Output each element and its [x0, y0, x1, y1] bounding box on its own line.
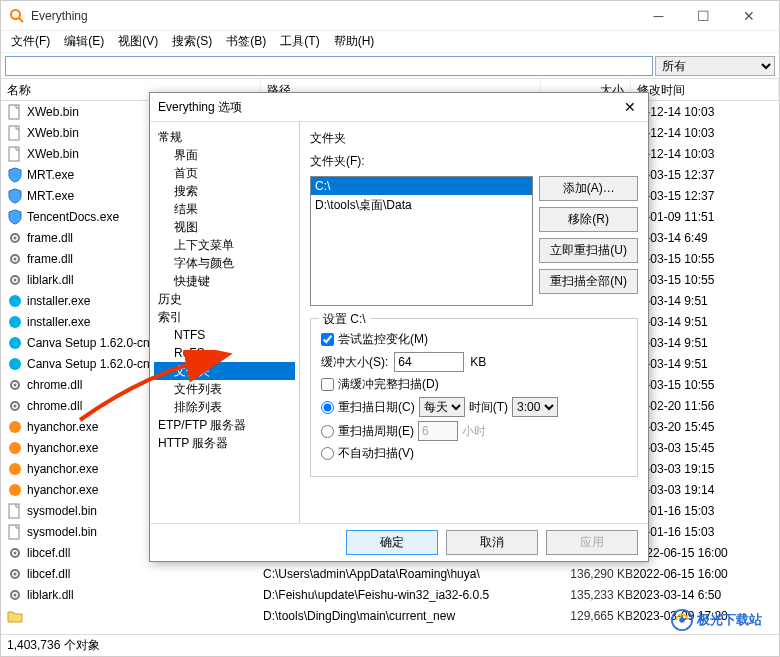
tree-node[interactable]: 视图: [154, 218, 295, 236]
tree-node[interactable]: 排除列表: [154, 398, 295, 416]
file-date: 23-01-16 15:03: [633, 504, 773, 518]
statusbar: 1,403,736 个对象: [1, 634, 779, 656]
tree-node[interactable]: 字体与颜色: [154, 254, 295, 272]
menu-search[interactable]: 搜索(S): [166, 31, 218, 52]
tree-node[interactable]: ReFS: [154, 344, 295, 362]
file-row[interactable]: liblark.dllD:\Feishu\update\Feishu-win32…: [1, 584, 779, 605]
tree-node[interactable]: 快捷键: [154, 272, 295, 290]
file-icon: [7, 125, 23, 141]
options-tree[interactable]: 常规界面首页搜索结果视图上下文菜单字体与颜色快捷键历史索引NTFSReFS文件夹…: [150, 122, 300, 523]
svg-point-20: [9, 442, 21, 454]
file-path: C:\Users\admin\AppData\Roaming\huya\: [263, 567, 543, 581]
tree-node[interactable]: HTTP 服务器: [154, 434, 295, 452]
dialog-close-icon[interactable]: ✕: [620, 99, 640, 115]
tree-node[interactable]: ETP/FTP 服务器: [154, 416, 295, 434]
svg-rect-2: [9, 105, 19, 119]
remove-button[interactable]: 移除(R): [539, 207, 638, 232]
rescan-time-select[interactable]: 3:00: [512, 397, 558, 417]
file-date: 23-02-20 11:56: [633, 399, 773, 413]
file-path: D:\tools\DingDing\main\current_new: [263, 609, 543, 623]
file-date: 23-03-15 10:55: [633, 252, 773, 266]
rescan-now-button[interactable]: 立即重扫描(U): [539, 238, 638, 263]
maximize-button[interactable]: ☐: [681, 1, 726, 31]
file-icon: [7, 503, 23, 519]
svg-point-22: [9, 484, 21, 496]
apply-button[interactable]: 应用: [546, 530, 638, 555]
svg-rect-4: [9, 147, 19, 161]
svg-point-13: [9, 337, 21, 349]
svg-point-32: [679, 617, 685, 623]
file-date: 22-12-14 10:03: [633, 147, 773, 161]
menu-tools[interactable]: 工具(T): [274, 31, 325, 52]
file-date: 2022-06-15 16:00: [633, 546, 773, 560]
minimize-button[interactable]: ─: [636, 1, 681, 31]
options-dialog: Everything 选项 ✕ 常规界面首页搜索结果视图上下文菜单字体与颜色快捷…: [149, 92, 649, 562]
svg-point-10: [14, 278, 17, 281]
tree-node[interactable]: 界面: [154, 146, 295, 164]
cancel-button[interactable]: 取消: [446, 530, 538, 555]
add-button[interactable]: 添加(A)…: [539, 176, 638, 201]
full-rescan-checkbox[interactable]: 满缓冲完整扫描(D): [321, 376, 627, 393]
rescan-date-radio[interactable]: 重扫描日期(C) 每天 时间(T) 3:00: [321, 397, 627, 417]
svg-rect-24: [9, 525, 19, 539]
file-path: D:\Feishu\update\Feishu-win32_ia32-6.0.5: [263, 588, 543, 602]
svg-point-16: [14, 383, 17, 386]
tree-node[interactable]: 历史: [154, 290, 295, 308]
file-name: libcef.dll: [27, 567, 263, 581]
file-icon: [7, 230, 23, 246]
file-name: liblark.dll: [27, 588, 263, 602]
close-button[interactable]: ✕: [726, 1, 771, 31]
file-icon: [7, 377, 23, 393]
file-size: 136,290 KB: [543, 567, 633, 581]
tree-node[interactable]: 文件列表: [154, 380, 295, 398]
svg-point-28: [14, 572, 17, 575]
tree-node[interactable]: 搜索: [154, 182, 295, 200]
col-date[interactable]: 修改时间: [631, 79, 779, 100]
monitor-checkbox[interactable]: 尝试监控变化(M): [321, 331, 627, 348]
no-auto-radio[interactable]: 不自动扫描(V): [321, 445, 627, 462]
file-date: 23-03-20 15:45: [633, 420, 773, 434]
file-date: 22-12-14 10:03: [633, 126, 773, 140]
rescan-date-select[interactable]: 每天: [419, 397, 465, 417]
titlebar: Everything ─ ☐ ✕: [1, 1, 779, 31]
period-input: [418, 421, 458, 441]
folder-listbox[interactable]: C:\D:\tools\桌面\Data: [310, 176, 533, 306]
tree-node[interactable]: 常规: [154, 128, 295, 146]
menu-view[interactable]: 视图(V): [112, 31, 164, 52]
tree-node[interactable]: 索引: [154, 308, 295, 326]
folder-item[interactable]: D:\tools\桌面\Data: [311, 195, 532, 216]
ok-button[interactable]: 确定: [346, 530, 438, 555]
file-row[interactable]: D:\tools\DingDing\main\current_new129,66…: [1, 605, 779, 626]
file-icon: [7, 335, 23, 351]
svg-point-21: [9, 463, 21, 475]
rescan-period-radio[interactable]: 重扫描周期(E) 小时: [321, 421, 627, 441]
file-date: 23-03-03 15:45: [633, 441, 773, 455]
svg-point-26: [14, 551, 17, 554]
menu-file[interactable]: 文件(F): [5, 31, 56, 52]
tree-node[interactable]: NTFS: [154, 326, 295, 344]
folder-item[interactable]: C:\: [311, 177, 532, 195]
file-date: 2023-03-14 6:50: [633, 588, 773, 602]
menubar: 文件(F) 编辑(E) 视图(V) 搜索(S) 书签(B) 工具(T) 帮助(H…: [1, 31, 779, 53]
file-date: 23-03-14 6:49: [633, 231, 773, 245]
filter-select[interactable]: 所有: [655, 56, 775, 76]
file-date: 2022-06-15 16:00: [633, 567, 773, 581]
svg-point-6: [14, 236, 17, 239]
tree-node[interactable]: 文件夹: [154, 362, 295, 380]
file-date: 23-03-15 10:55: [633, 378, 773, 392]
file-icon: [7, 104, 23, 120]
buffer-input[interactable]: [394, 352, 464, 372]
tree-node[interactable]: 首页: [154, 164, 295, 182]
tree-node[interactable]: 结果: [154, 200, 295, 218]
window-title: Everything: [31, 9, 636, 23]
svg-point-19: [9, 421, 21, 433]
file-icon: [7, 524, 23, 540]
menu-edit[interactable]: 编辑(E): [58, 31, 110, 52]
rescan-all-button[interactable]: 重扫描全部(N): [539, 269, 638, 294]
tree-node[interactable]: 上下文菜单: [154, 236, 295, 254]
menu-help[interactable]: 帮助(H): [328, 31, 381, 52]
menu-bookmark[interactable]: 书签(B): [220, 31, 272, 52]
file-icon: [7, 419, 23, 435]
search-input[interactable]: [5, 56, 653, 76]
file-row[interactable]: libcef.dllC:\Users\admin\AppData\Roaming…: [1, 563, 779, 584]
